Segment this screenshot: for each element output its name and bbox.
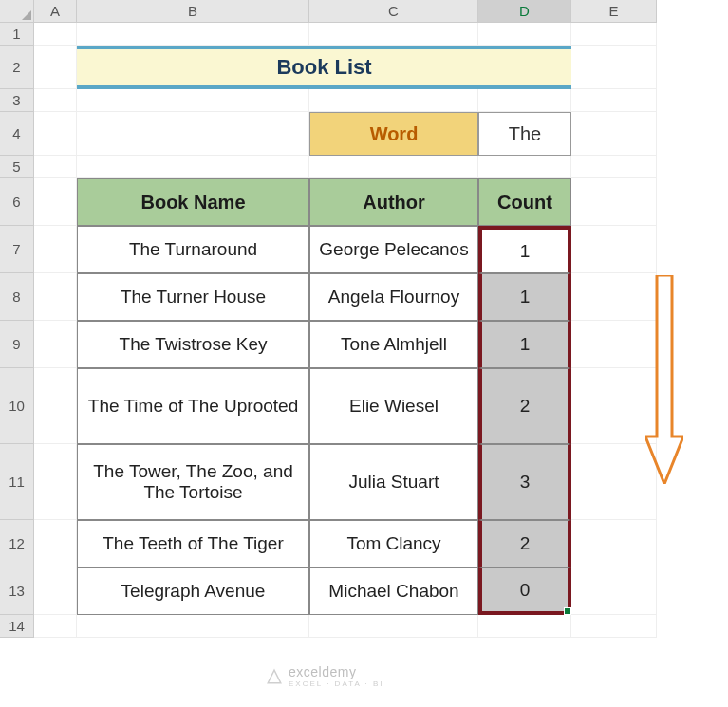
count-cell[interactable]: 2 bbox=[478, 368, 571, 444]
cell-B3[interactable] bbox=[77, 89, 309, 112]
table-row[interactable]: Tom Clancy bbox=[309, 520, 478, 567]
row-header-4[interactable]: 4 bbox=[0, 112, 34, 156]
row-header-12[interactable]: 12 bbox=[0, 520, 34, 567]
cell-A4[interactable] bbox=[34, 112, 77, 156]
table-row[interactable]: Elie Wiesel bbox=[309, 368, 478, 444]
col-header-D[interactable]: D bbox=[478, 0, 571, 23]
cell-E8[interactable] bbox=[571, 273, 657, 321]
cell-B1[interactable] bbox=[77, 23, 309, 46]
spreadsheet-grid: A B C D E 1 2 Book List 3 4 Word The 5 6… bbox=[0, 0, 728, 638]
select-all-corner[interactable] bbox=[0, 0, 34, 23]
cell-E14[interactable] bbox=[571, 615, 657, 638]
table-header-book: Book Name bbox=[77, 178, 309, 226]
cell-E13[interactable] bbox=[571, 567, 657, 615]
fill-handle-icon[interactable] bbox=[564, 607, 571, 615]
cell-E6[interactable] bbox=[571, 178, 657, 226]
table-row[interactable]: Julia Stuart bbox=[309, 444, 478, 520]
cell-C3[interactable] bbox=[309, 89, 478, 112]
cell-A12[interactable] bbox=[34, 520, 77, 567]
table-row[interactable]: The Teeth of The Tiger bbox=[77, 520, 309, 567]
logo-icon bbox=[266, 668, 283, 685]
table-row[interactable]: The Time of The Uprooted bbox=[77, 368, 309, 444]
row-header-2[interactable]: 2 bbox=[0, 46, 34, 89]
count-cell[interactable]: 1 bbox=[478, 226, 571, 273]
table-row[interactable]: The Tower, The Zoo, and The Tortoise bbox=[77, 444, 309, 520]
cell-D1[interactable] bbox=[478, 23, 571, 46]
table-row[interactable]: Michael Chabon bbox=[309, 567, 478, 615]
table-row[interactable]: George Pelecanos bbox=[309, 226, 478, 273]
cell-E4[interactable] bbox=[571, 112, 657, 156]
page-title: Book List bbox=[77, 46, 571, 89]
col-header-E[interactable]: E bbox=[571, 0, 657, 23]
count-cell[interactable]: 1 bbox=[478, 273, 571, 321]
row-header-1[interactable]: 1 bbox=[0, 23, 34, 46]
cell-E12[interactable] bbox=[571, 520, 657, 567]
count-cell[interactable]: 2 bbox=[478, 520, 571, 567]
count-cell[interactable]: 3 bbox=[478, 444, 571, 520]
cell-B4[interactable] bbox=[77, 112, 309, 156]
cell-E7[interactable] bbox=[571, 226, 657, 273]
table-header-count: Count bbox=[478, 178, 571, 226]
cell-A8[interactable] bbox=[34, 273, 77, 321]
cell-E2[interactable] bbox=[571, 46, 657, 89]
table-row[interactable]: The Turner House bbox=[77, 273, 309, 321]
table-row[interactable]: Telegraph Avenue bbox=[77, 567, 309, 615]
row-header-5[interactable]: 5 bbox=[0, 156, 34, 178]
cell-E5[interactable] bbox=[571, 156, 657, 178]
col-header-A[interactable]: A bbox=[34, 0, 77, 23]
cell-D3[interactable] bbox=[478, 89, 571, 112]
cell-A10[interactable] bbox=[34, 368, 77, 444]
word-value-cell[interactable]: The bbox=[478, 112, 571, 156]
row-header-11[interactable]: 11 bbox=[0, 444, 34, 520]
table-row[interactable]: The Turnaround bbox=[77, 226, 309, 273]
cell-D14[interactable] bbox=[478, 615, 571, 638]
watermark: exceldemy EXCEL · DATA · BI bbox=[266, 664, 384, 688]
count-cell[interactable]: 0 bbox=[478, 567, 571, 615]
row-header-3[interactable]: 3 bbox=[0, 89, 34, 112]
watermark-brand: exceldemy bbox=[289, 664, 356, 679]
cell-A3[interactable] bbox=[34, 89, 77, 112]
row-header-13[interactable]: 13 bbox=[0, 567, 34, 615]
cell-C14[interactable] bbox=[309, 615, 478, 638]
cell-B14[interactable] bbox=[77, 615, 309, 638]
cell-C5[interactable] bbox=[309, 156, 478, 178]
table-header-author: Author bbox=[309, 178, 478, 226]
cell-C1[interactable] bbox=[309, 23, 478, 46]
count-cell[interactable]: 1 bbox=[478, 321, 571, 368]
row-header-9[interactable]: 9 bbox=[0, 321, 34, 368]
cell-E9[interactable] bbox=[571, 321, 657, 368]
col-header-C[interactable]: C bbox=[309, 0, 478, 23]
row-header-8[interactable]: 8 bbox=[0, 273, 34, 321]
cell-A11[interactable] bbox=[34, 444, 77, 520]
cell-D5[interactable] bbox=[478, 156, 571, 178]
table-row[interactable]: Angela Flournoy bbox=[309, 273, 478, 321]
cell-A13[interactable] bbox=[34, 567, 77, 615]
col-header-B[interactable]: B bbox=[77, 0, 309, 23]
cell-A2[interactable] bbox=[34, 46, 77, 89]
count-value: 0 bbox=[520, 580, 531, 601]
cell-A14[interactable] bbox=[34, 615, 77, 638]
cell-A7[interactable] bbox=[34, 226, 77, 273]
row-header-7[interactable]: 7 bbox=[0, 226, 34, 273]
word-label: Word bbox=[309, 112, 478, 156]
row-header-14[interactable]: 14 bbox=[0, 615, 34, 638]
watermark-tagline: EXCEL · DATA · BI bbox=[289, 679, 384, 688]
cell-E11[interactable] bbox=[571, 444, 657, 520]
table-row[interactable]: Tone Almhjell bbox=[309, 321, 478, 368]
cell-A1[interactable] bbox=[34, 23, 77, 46]
row-header-10[interactable]: 10 bbox=[0, 368, 34, 444]
cell-E10[interactable] bbox=[571, 368, 657, 444]
cell-A5[interactable] bbox=[34, 156, 77, 178]
cell-E1[interactable] bbox=[571, 23, 657, 46]
cell-A6[interactable] bbox=[34, 178, 77, 226]
table-row[interactable]: The Twistrose Key bbox=[77, 321, 309, 368]
row-header-6[interactable]: 6 bbox=[0, 178, 34, 226]
cell-E3[interactable] bbox=[571, 89, 657, 112]
cell-A9[interactable] bbox=[34, 321, 77, 368]
cell-B5[interactable] bbox=[77, 156, 309, 178]
